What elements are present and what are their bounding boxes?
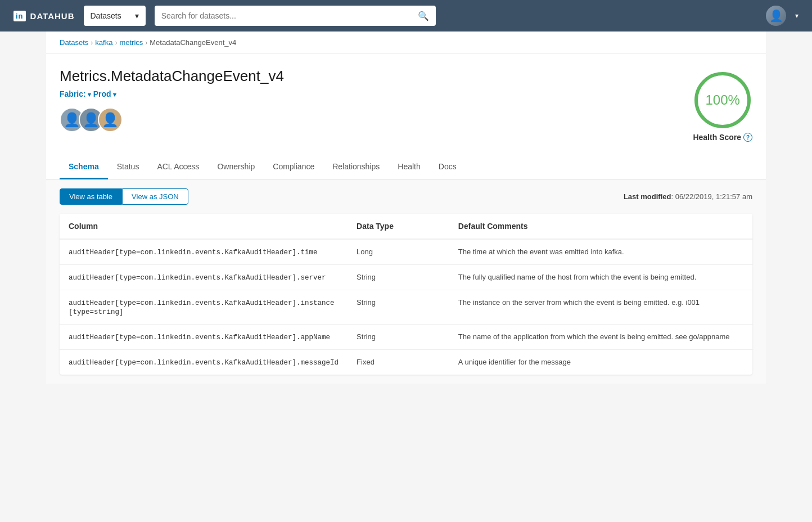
- column-name-4: auditHeader[type=com.linkedin.events.Kaf…: [69, 359, 339, 367]
- table-header-row: Column Data Type Default Comments: [60, 214, 752, 239]
- user-avatar[interactable]: 👤: [766, 6, 786, 26]
- cell-datatype-4: Fixed: [348, 350, 449, 375]
- column-name-3: auditHeader[type=com.linkedin.events.Kaf…: [69, 334, 330, 341]
- dataset-selector-label: Datasets: [91, 11, 121, 20]
- search-input[interactable]: [161, 11, 418, 20]
- cell-column-0: auditHeader[type=com.linkedin.events.Kaf…: [60, 239, 348, 265]
- user-avatar-image: 👤: [766, 6, 786, 26]
- breadcrumb-sep-3: ›: [145, 39, 147, 47]
- view-as-json-button[interactable]: View as JSON: [122, 188, 188, 205]
- main-content: Datasets › kafka › metrics › MetadataCha…: [46, 32, 766, 384]
- column-name-2: auditHeader[type=com.linkedin.events.Kaf…: [69, 299, 335, 316]
- breadcrumb-sep-2: ›: [115, 39, 117, 47]
- table-row: auditHeader[type=com.linkedin.events.Kaf…: [60, 290, 752, 325]
- logo-area: in DATAHUB: [13, 11, 75, 21]
- fabric-label-text: Fabric:: [60, 89, 91, 98]
- breadcrumb-datasets[interactable]: Datasets: [60, 38, 88, 47]
- app-name: DATAHUB: [30, 11, 75, 21]
- breadcrumb-current: MetadataChangeEvent_v4: [150, 38, 236, 47]
- cell-column-2: auditHeader[type=com.linkedin.events.Kaf…: [60, 290, 348, 325]
- column-name-0: auditHeader[type=com.linkedin.events.Kaf…: [69, 249, 318, 256]
- breadcrumb-kafka[interactable]: kafka: [95, 38, 112, 47]
- dataset-header: Metrics.MetadataChangeEvent_v4 Fabric: P…: [46, 54, 766, 142]
- tab-schema[interactable]: Schema: [60, 155, 108, 179]
- header: in DATAHUB Datasets ▾ 🔍 👤 ▾: [0, 0, 812, 32]
- cell-comments-3: The name of the application from which t…: [449, 325, 752, 350]
- health-score-container: 100% Health Score ?: [693, 68, 752, 142]
- cell-comments-0: The time at which the event was emitted …: [449, 239, 752, 265]
- cell-datatype-0: Long: [348, 239, 449, 265]
- last-modified-label: Last modified: [624, 192, 671, 201]
- search-icon: 🔍: [418, 11, 429, 21]
- cell-comments-2: The instance on the server from which th…: [449, 290, 752, 325]
- cell-datatype-3: String: [348, 325, 449, 350]
- owner-avatar-3[interactable]: 👤: [98, 107, 123, 132]
- linkedin-logo-icon: in: [13, 11, 26, 21]
- breadcrumb: Datasets › kafka › metrics › MetadataCha…: [46, 32, 766, 54]
- search-bar: 🔍: [155, 6, 436, 26]
- dataset-info: Metrics.MetadataChangeEvent_v4 Fabric: P…: [60, 68, 284, 132]
- cell-datatype-2: String: [348, 290, 449, 325]
- tab-health[interactable]: Health: [389, 155, 429, 179]
- column-header-column: Column: [60, 214, 348, 239]
- cell-comments-4: A unique identifier for the message: [449, 350, 752, 375]
- fabric-label: Fabric: Prod: [60, 89, 284, 98]
- fabric-value[interactable]: Prod: [93, 89, 116, 98]
- view-as-table-button[interactable]: View as table: [60, 188, 122, 205]
- chevron-down-icon: ▾: [135, 11, 139, 20]
- cell-column-4: auditHeader[type=com.linkedin.events.Kaf…: [60, 350, 348, 375]
- tab-relationships[interactable]: Relationships: [323, 155, 389, 179]
- cell-comments-1: The fully qualified name of the host fro…: [449, 265, 752, 290]
- tabs-nav: Schema Status ACL Access Ownership Compl…: [46, 155, 766, 179]
- schema-toolbar: View as table View as JSON Last modified…: [60, 188, 752, 205]
- tab-docs[interactable]: Docs: [430, 155, 466, 179]
- tab-compliance[interactable]: Compliance: [264, 155, 323, 179]
- cell-datatype-1: String: [348, 265, 449, 290]
- column-header-comments: Default Comments: [449, 214, 752, 239]
- table-row: auditHeader[type=com.linkedin.events.Kaf…: [60, 265, 752, 290]
- health-score-label: Health Score ?: [693, 133, 752, 142]
- schema-section: View as table View as JSON Last modified…: [46, 179, 766, 384]
- user-menu-chevron[interactable]: ▾: [795, 12, 799, 20]
- table-row: auditHeader[type=com.linkedin.events.Kaf…: [60, 239, 752, 265]
- health-score-text: Health Score: [693, 133, 741, 142]
- owner-avatars: 👤 👤 👤: [60, 107, 284, 132]
- health-score-info-icon[interactable]: ?: [743, 133, 752, 142]
- dataset-title: Metrics.MetadataChangeEvent_v4: [60, 68, 284, 85]
- view-buttons: View as table View as JSON: [60, 188, 188, 205]
- cell-column-1: auditHeader[type=com.linkedin.events.Kaf…: [60, 265, 348, 290]
- health-score-circle: 100%: [694, 72, 751, 128]
- tab-status[interactable]: Status: [108, 155, 148, 179]
- tab-ownership[interactable]: Ownership: [208, 155, 264, 179]
- cell-column-3: auditHeader[type=com.linkedin.events.Kaf…: [60, 325, 348, 350]
- breadcrumb-metrics[interactable]: metrics: [119, 38, 143, 47]
- dataset-type-selector[interactable]: Datasets ▾: [84, 6, 146, 26]
- schema-table: Column Data Type Default Comments auditH…: [60, 214, 752, 375]
- column-name-1: auditHeader[type=com.linkedin.events.Kaf…: [69, 274, 326, 282]
- tab-acl-access[interactable]: ACL Access: [148, 155, 208, 179]
- last-modified-value: 06/22/2019, 1:21:57 am: [675, 192, 752, 201]
- last-modified: Last modified: 06/22/2019, 1:21:57 am: [624, 192, 752, 201]
- column-header-datatype: Data Type: [348, 214, 449, 239]
- breadcrumb-sep-1: ›: [91, 39, 93, 47]
- table-row: auditHeader[type=com.linkedin.events.Kaf…: [60, 350, 752, 375]
- table-row: auditHeader[type=com.linkedin.events.Kaf…: [60, 325, 752, 350]
